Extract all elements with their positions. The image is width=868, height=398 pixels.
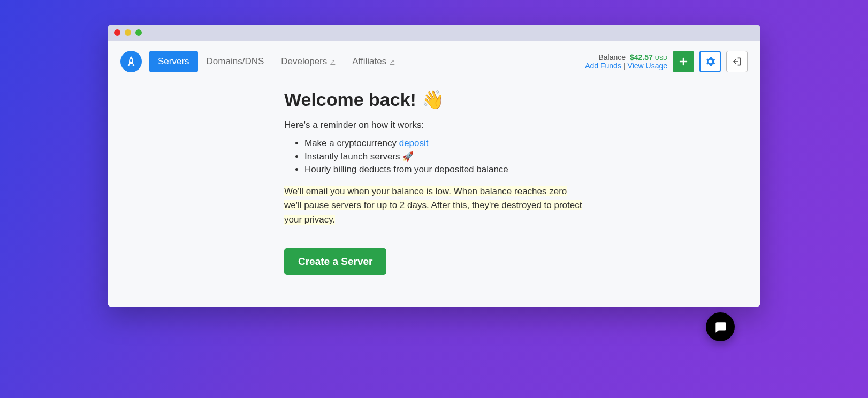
external-link-icon: ↗ [390, 58, 394, 65]
chat-icon [713, 320, 727, 334]
window-maximize-dot[interactable] [135, 29, 142, 36]
wave-icon: 👋 [422, 89, 444, 110]
nav-developers-label: Developers [281, 56, 327, 67]
external-link-icon: ↗ [330, 58, 335, 65]
window-close-dot[interactable] [114, 29, 120, 36]
window-titlebar [108, 25, 760, 41]
top-nav: Servers Domains/DNS Developers ↗ Affilia… [108, 41, 760, 76]
page-title: Welcome back! 👋 [284, 89, 584, 110]
subtitle: Here's a reminder on how it works: [284, 120, 584, 131]
balance-warning: We'll email you when your balance is low… [284, 185, 584, 227]
chat-button[interactable] [706, 312, 735, 341]
deposit-link[interactable]: deposit [399, 138, 429, 148]
view-usage-link[interactable]: View Usage [628, 62, 667, 70]
logout-icon [732, 56, 742, 67]
plus-icon [679, 57, 688, 66]
create-server-button[interactable]: Create a Server [284, 248, 386, 275]
brand-logo[interactable] [120, 51, 142, 72]
separator: | [623, 62, 626, 70]
nav-domains[interactable]: Domains/DNS [198, 51, 273, 72]
balance-label: Balance [598, 53, 626, 62]
list-item: Instantly launch servers 🚀 [304, 151, 584, 162]
nav-affiliates[interactable]: Affiliates ↗ [344, 51, 403, 72]
add-funds-link[interactable]: Add Funds [585, 62, 621, 70]
gear-icon [705, 56, 715, 67]
balance-amount: $42.57 [630, 53, 653, 62]
nav-developers[interactable]: Developers ↗ [272, 51, 344, 72]
window-minimize-dot[interactable] [125, 29, 131, 36]
add-button[interactable] [673, 51, 694, 72]
rocket-logo-icon [126, 56, 136, 67]
headline-text: Welcome back! [284, 89, 416, 110]
logout-button[interactable] [726, 51, 748, 72]
list-item: Make a cryptocurrency deposit [304, 138, 584, 149]
browser-window: Servers Domains/DNS Developers ↗ Affilia… [108, 25, 760, 307]
settings-button[interactable] [699, 51, 721, 72]
main-content: Welcome back! 👋 Here's a reminder on how… [108, 76, 760, 307]
nav-servers[interactable]: Servers [149, 51, 198, 72]
balance-block: Balance $42.57 USD Add Funds | View Usag… [585, 53, 667, 70]
balance-currency: USD [655, 55, 667, 61]
nav-affiliates-label: Affiliates [352, 56, 386, 67]
reminder-list: Make a cryptocurrency deposit Instantly … [304, 138, 584, 175]
rocket-icon: 🚀 [402, 151, 414, 162]
list-item: Hourly billing deducts from your deposit… [304, 164, 584, 175]
svg-point-0 [130, 59, 132, 62]
